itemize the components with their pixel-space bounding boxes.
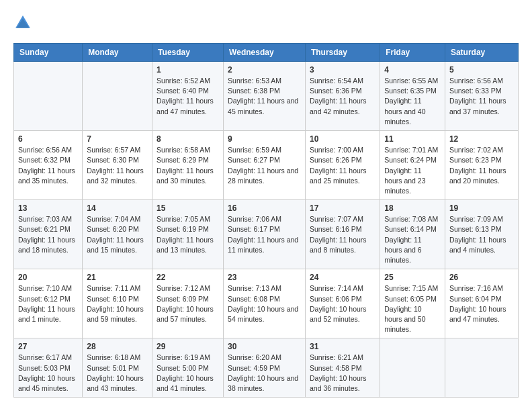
day-info: Sunrise: 6:17 AM Sunset: 5:03 PM Dayligh… [18, 353, 78, 394]
day-info: Sunrise: 6:54 AM Sunset: 6:36 PM Dayligh… [310, 76, 375, 117]
weekday-header-thursday: Thursday [305, 44, 380, 62]
weekday-header-sunday: Sunday [14, 44, 83, 62]
day-number: 26 [449, 273, 514, 282]
calendar-cell: 31Sunrise: 6:21 AM Sunset: 4:58 PM Dayli… [305, 338, 380, 398]
day-number: 5 [449, 65, 514, 75]
day-info: Sunrise: 7:11 AM Sunset: 6:10 PM Dayligh… [87, 283, 148, 324]
calendar-row-3: 20Sunrise: 7:10 AM Sunset: 6:12 PM Dayli… [14, 269, 519, 338]
calendar-cell: 4Sunrise: 6:55 AM Sunset: 6:35 PM Daylig… [380, 62, 445, 131]
calendar-cell: 23Sunrise: 7:13 AM Sunset: 6:08 PM Dayli… [224, 269, 306, 338]
calendar-cell: 28Sunrise: 6:18 AM Sunset: 5:01 PM Dayli… [83, 338, 152, 398]
day-info: Sunrise: 6:52 AM Sunset: 6:40 PM Dayligh… [157, 76, 219, 117]
day-info: Sunrise: 7:10 AM Sunset: 6:12 PM Dayligh… [18, 283, 78, 324]
calendar-row-1: 6Sunrise: 6:56 AM Sunset: 6:32 PM Daylig… [14, 131, 519, 200]
day-number: 8 [157, 134, 219, 144]
day-number: 15 [157, 203, 219, 213]
day-number: 13 [18, 203, 78, 213]
logo-icon [13, 13, 32, 32]
day-number: 17 [310, 203, 375, 213]
calendar-cell: 24Sunrise: 7:14 AM Sunset: 6:06 PM Dayli… [305, 269, 380, 338]
day-number: 23 [228, 273, 301, 282]
day-number: 16 [228, 203, 301, 213]
weekday-header-wednesday: Wednesday [224, 44, 306, 62]
day-number: 19 [449, 203, 514, 213]
day-info: Sunrise: 6:59 AM Sunset: 6:27 PM Dayligh… [228, 145, 301, 186]
calendar-cell [380, 338, 445, 398]
day-number: 12 [449, 134, 514, 144]
calendar-cell: 8Sunrise: 6:58 AM Sunset: 6:29 PM Daylig… [152, 131, 224, 200]
calendar-cell [445, 338, 518, 398]
calendar-cell: 21Sunrise: 7:11 AM Sunset: 6:10 PM Dayli… [83, 269, 152, 338]
calendar-cell: 1Sunrise: 6:52 AM Sunset: 6:40 PM Daylig… [152, 62, 224, 131]
day-number: 29 [157, 342, 219, 351]
day-number: 28 [87, 342, 148, 351]
day-info: Sunrise: 7:05 AM Sunset: 6:19 PM Dayligh… [157, 214, 219, 255]
day-info: Sunrise: 7:02 AM Sunset: 6:23 PM Dayligh… [449, 145, 514, 186]
day-info: Sunrise: 6:19 AM Sunset: 5:00 PM Dayligh… [157, 353, 219, 394]
calendar-cell: 26Sunrise: 7:16 AM Sunset: 6:04 PM Dayli… [445, 269, 518, 338]
calendar-cell: 15Sunrise: 7:05 AM Sunset: 6:19 PM Dayli… [152, 200, 224, 269]
day-info: Sunrise: 7:03 AM Sunset: 6:21 PM Dayligh… [18, 214, 78, 255]
day-number: 7 [87, 134, 148, 144]
day-number: 27 [18, 342, 78, 351]
day-number: 1 [157, 65, 219, 75]
day-info: Sunrise: 6:53 AM Sunset: 6:38 PM Dayligh… [228, 76, 301, 117]
calendar-cell: 14Sunrise: 7:04 AM Sunset: 6:20 PM Dayli… [83, 200, 152, 269]
calendar-table: SundayMondayTuesdayWednesdayThursdayFrid… [13, 43, 519, 398]
day-info: Sunrise: 6:55 AM Sunset: 6:35 PM Dayligh… [384, 76, 441, 127]
day-number: 14 [87, 203, 148, 213]
calendar-cell: 13Sunrise: 7:03 AM Sunset: 6:21 PM Dayli… [14, 200, 83, 269]
calendar-cell: 7Sunrise: 6:57 AM Sunset: 6:30 PM Daylig… [83, 131, 152, 200]
calendar-cell: 6Sunrise: 6:56 AM Sunset: 6:32 PM Daylig… [14, 131, 83, 200]
day-info: Sunrise: 7:00 AM Sunset: 6:26 PM Dayligh… [310, 145, 375, 186]
calendar-cell: 9Sunrise: 6:59 AM Sunset: 6:27 PM Daylig… [224, 131, 306, 200]
day-number: 20 [18, 273, 78, 282]
day-info: Sunrise: 7:13 AM Sunset: 6:08 PM Dayligh… [228, 283, 301, 324]
calendar-cell [83, 62, 152, 131]
logo [13, 13, 35, 32]
weekday-header-saturday: Saturday [445, 44, 518, 62]
calendar-row-2: 13Sunrise: 7:03 AM Sunset: 6:21 PM Dayli… [14, 200, 519, 269]
page-header [13, 13, 519, 32]
day-info: Sunrise: 7:14 AM Sunset: 6:06 PM Dayligh… [310, 283, 375, 324]
weekday-header-friday: Friday [380, 44, 445, 62]
calendar-row-0: 1Sunrise: 6:52 AM Sunset: 6:40 PM Daylig… [14, 62, 519, 131]
day-info: Sunrise: 7:16 AM Sunset: 6:04 PM Dayligh… [449, 283, 514, 324]
day-number: 4 [384, 65, 441, 75]
calendar-cell: 25Sunrise: 7:15 AM Sunset: 6:05 PM Dayli… [380, 269, 445, 338]
calendar-cell: 18Sunrise: 7:08 AM Sunset: 6:14 PM Dayli… [380, 200, 445, 269]
day-info: Sunrise: 6:20 AM Sunset: 4:59 PM Dayligh… [228, 353, 301, 394]
day-number: 6 [18, 134, 78, 144]
calendar-cell: 16Sunrise: 7:06 AM Sunset: 6:17 PM Dayli… [224, 200, 306, 269]
day-number: 3 [310, 65, 375, 75]
day-number: 18 [384, 203, 441, 213]
day-info: Sunrise: 6:56 AM Sunset: 6:32 PM Dayligh… [18, 145, 78, 186]
weekday-header-tuesday: Tuesday [152, 44, 224, 62]
day-number: 2 [228, 65, 301, 75]
calendar-cell: 17Sunrise: 7:07 AM Sunset: 6:16 PM Dayli… [305, 200, 380, 269]
day-number: 31 [310, 342, 375, 351]
calendar-cell: 29Sunrise: 6:19 AM Sunset: 5:00 PM Dayli… [152, 338, 224, 398]
day-number: 22 [157, 273, 219, 282]
day-info: Sunrise: 7:12 AM Sunset: 6:09 PM Dayligh… [157, 283, 219, 324]
calendar-cell: 3Sunrise: 6:54 AM Sunset: 6:36 PM Daylig… [305, 62, 380, 131]
day-number: 30 [228, 342, 301, 351]
calendar-row-4: 27Sunrise: 6:17 AM Sunset: 5:03 PM Dayli… [14, 338, 519, 398]
day-number: 10 [310, 134, 375, 144]
calendar-cell: 5Sunrise: 6:56 AM Sunset: 6:33 PM Daylig… [445, 62, 518, 131]
day-info: Sunrise: 7:01 AM Sunset: 6:24 PM Dayligh… [384, 145, 441, 196]
day-info: Sunrise: 7:08 AM Sunset: 6:14 PM Dayligh… [384, 214, 441, 265]
calendar-cell [14, 62, 83, 131]
day-number: 11 [384, 134, 441, 144]
calendar-cell: 20Sunrise: 7:10 AM Sunset: 6:12 PM Dayli… [14, 269, 83, 338]
calendar-cell: 10Sunrise: 7:00 AM Sunset: 6:26 PM Dayli… [305, 131, 380, 200]
calendar-cell: 30Sunrise: 6:20 AM Sunset: 4:59 PM Dayli… [224, 338, 306, 398]
day-info: Sunrise: 6:18 AM Sunset: 5:01 PM Dayligh… [87, 353, 148, 394]
day-number: 25 [384, 273, 441, 282]
calendar-cell: 22Sunrise: 7:12 AM Sunset: 6:09 PM Dayli… [152, 269, 224, 338]
day-number: 24 [310, 273, 375, 282]
calendar-cell: 11Sunrise: 7:01 AM Sunset: 6:24 PM Dayli… [380, 131, 445, 200]
day-info: Sunrise: 7:07 AM Sunset: 6:16 PM Dayligh… [310, 214, 375, 255]
day-info: Sunrise: 6:56 AM Sunset: 6:33 PM Dayligh… [449, 76, 514, 117]
day-info: Sunrise: 6:57 AM Sunset: 6:30 PM Dayligh… [87, 145, 148, 186]
